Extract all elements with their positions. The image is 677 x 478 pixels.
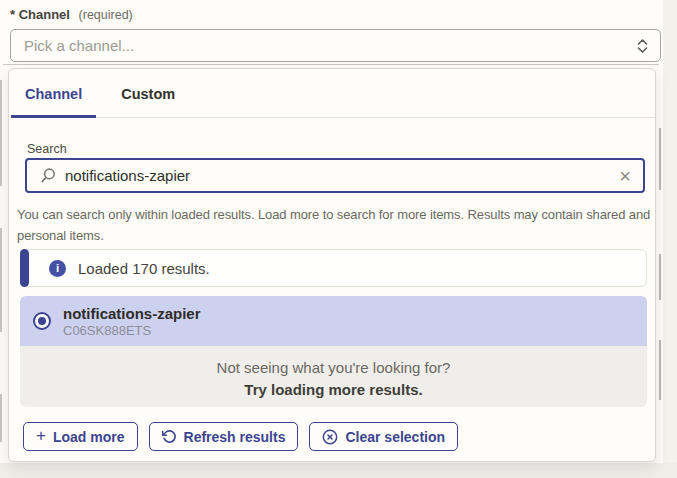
banner-accent-bar <box>20 249 29 287</box>
clear-selection-label: Clear selection <box>345 429 445 445</box>
info-icon: i <box>49 260 66 277</box>
page-background-right <box>663 0 677 478</box>
refresh-results-button[interactable]: Refresh results <box>149 422 299 451</box>
plus-icon: + <box>36 427 46 444</box>
dropdown-actions: + Load more Refresh results Clear select… <box>23 422 458 451</box>
tab-channel[interactable]: Channel <box>11 69 96 118</box>
field-required-tag: (required) <box>79 8 133 22</box>
search-input[interactable] <box>65 167 608 184</box>
underlying-field-border <box>0 394 2 442</box>
tab-custom[interactable]: Custom <box>107 69 189 118</box>
search-label: Search <box>27 142 67 156</box>
rotate-ccw-icon <box>162 429 177 444</box>
banner-message: Loaded 170 results. <box>78 260 210 277</box>
underlying-field-border <box>0 228 2 332</box>
underlying-field-border <box>659 340 661 400</box>
search-helper-text: You can search only within loaded result… <box>17 204 653 246</box>
results-loaded-banner: i Loaded 170 results. <box>20 249 647 287</box>
underlying-field-border <box>0 80 2 186</box>
result-row-selected[interactable]: notifications-zapier C06SK888ETS <box>20 296 647 346</box>
underlying-field-border <box>3 64 659 65</box>
hint-line2: Try loading more results. <box>20 379 647 401</box>
clear-search-x-icon[interactable]: × <box>617 166 633 186</box>
updown-chevron-icon <box>637 38 648 54</box>
circle-x-icon <box>322 429 338 445</box>
load-more-hint: Not seeing what you're looking for? Try … <box>20 346 647 407</box>
underlying-field-border <box>659 254 661 300</box>
load-more-label: Load more <box>53 429 125 445</box>
refresh-results-label: Refresh results <box>184 429 286 445</box>
search-icon <box>39 167 56 184</box>
result-name: notifications-zapier <box>63 304 201 323</box>
radio-selected-icon[interactable] <box>33 312 51 330</box>
load-more-button[interactable]: + Load more <box>23 422 138 451</box>
clear-selection-button[interactable]: Clear selection <box>309 422 458 451</box>
select-placeholder: Pick a channel... <box>24 37 134 54</box>
page-background-bottom <box>0 463 677 478</box>
channel-dropdown-panel: Channel Custom Search × You can search o… <box>8 68 656 462</box>
result-id: C06SK888ETS <box>63 323 201 339</box>
hint-line1: Not seeing what you're looking for? <box>20 357 647 379</box>
dropdown-tabbar: Channel Custom <box>9 69 655 118</box>
search-input-wrapper: × <box>25 158 645 193</box>
channel-select-trigger[interactable]: Pick a channel... <box>10 29 661 62</box>
result-text-block: notifications-zapier C06SK888ETS <box>63 304 201 339</box>
field-label-text: * Channel <box>10 7 70 22</box>
field-label: * Channel (required) <box>10 7 133 22</box>
underlying-field-border <box>659 128 661 190</box>
